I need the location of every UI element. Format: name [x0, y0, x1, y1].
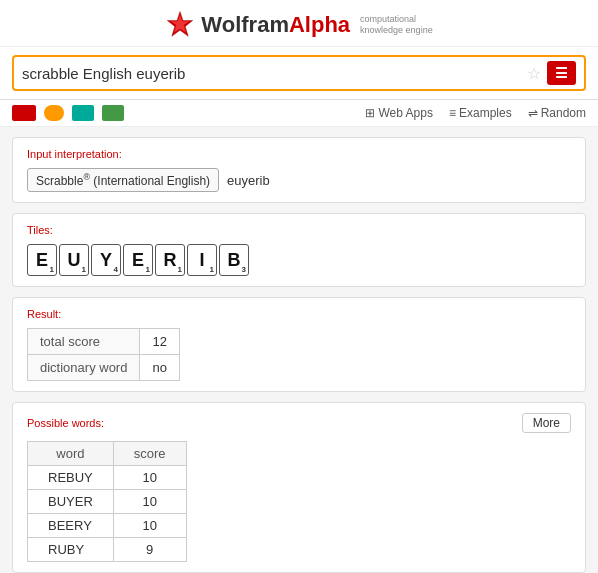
tile-I1: I1: [187, 244, 217, 276]
bookmark-icon[interactable]: ☆: [527, 64, 541, 83]
score-column-header: score: [113, 442, 186, 466]
toolbar-right: ⊞ Web Apps ≡ Examples ⇌ Random: [365, 106, 586, 120]
examples-icon: ≡: [449, 106, 456, 120]
random-icon: ⇌: [528, 106, 538, 120]
score-cell: 10: [113, 514, 186, 538]
word-column-header: word: [28, 442, 114, 466]
tile-B3: B3: [219, 244, 249, 276]
header: WolframAlpha computational knowledge eng…: [0, 0, 598, 47]
keyboard-icon[interactable]: [12, 105, 36, 121]
toolbar-left: [12, 105, 124, 121]
main-content: Input interpretation: Scrabble® (Interna…: [0, 127, 598, 573]
logo: WolframAlpha computational knowledge eng…: [165, 10, 432, 40]
list-item: RUBY 9: [28, 538, 187, 562]
score-cell: 9: [113, 538, 186, 562]
more-button[interactable]: More: [522, 413, 571, 433]
toolbar: ⊞ Web Apps ≡ Examples ⇌ Random: [0, 100, 598, 127]
result-label: Result:: [27, 308, 571, 320]
list-item: BEERY 10: [28, 514, 187, 538]
logo-wolfram: Wolfram: [201, 12, 289, 37]
possible-words-label: Possible words:: [27, 417, 104, 429]
word-cell: REBUY: [28, 466, 114, 490]
examples-label: Examples: [459, 106, 512, 120]
random-label: Random: [541, 106, 586, 120]
wolfram-star-icon: [165, 10, 195, 40]
tiles-label: Tiles:: [27, 224, 571, 236]
logo-alpha: Alpha: [289, 12, 350, 37]
share-icon[interactable]: [102, 105, 124, 121]
dictionary-word-value: no: [140, 355, 179, 381]
examples-link[interactable]: ≡ Examples: [449, 106, 512, 120]
table-row: total score 12: [28, 329, 180, 355]
result-section: Result: total score 12 dictionary word n…: [12, 297, 586, 392]
tiles-row: E1 U1 Y4 E1 R1 I1 B3: [27, 244, 571, 276]
logo-subtitle: computational knowledge engine: [360, 14, 433, 36]
interpreted-word: euyerib: [227, 173, 270, 188]
scrabble-badge: Scrabble® (International English): [27, 168, 219, 192]
web-apps-icon: ⊞: [365, 106, 375, 120]
tile-E2: E1: [123, 244, 153, 276]
search-bar-container: ☆ ☰: [0, 47, 598, 100]
input-interpretation-label: Input interpretation:: [27, 148, 571, 160]
tile-E1: E1: [27, 244, 57, 276]
search-bar: ☆ ☰: [12, 55, 586, 91]
list-item: REBUY 10: [28, 466, 187, 490]
logo-wordmark: WolframAlpha: [201, 12, 350, 38]
word-cell: BEERY: [28, 514, 114, 538]
list-item: BUYER 10: [28, 490, 187, 514]
camera-icon[interactable]: [44, 105, 64, 121]
possible-words-section: Possible words: More word score REBUY 10…: [12, 402, 586, 573]
go-icon: ☰: [555, 65, 568, 81]
total-score-key: total score: [28, 329, 140, 355]
word-cell: BUYER: [28, 490, 114, 514]
word-cell: RUBY: [28, 538, 114, 562]
web-apps-label: Web Apps: [378, 106, 432, 120]
total-score-value: 12: [140, 329, 179, 355]
result-table: total score 12 dictionary word no: [27, 328, 180, 381]
interpretation-row: Scrabble® (International English) euyeri…: [27, 168, 571, 192]
tile-U1: U1: [59, 244, 89, 276]
table-row: dictionary word no: [28, 355, 180, 381]
possible-words-header: Possible words: More: [27, 413, 571, 433]
web-apps-link[interactable]: ⊞ Web Apps: [365, 106, 432, 120]
search-go-button[interactable]: ☰: [547, 61, 576, 85]
tiles-section: Tiles: E1 U1 Y4 E1 R1 I1 B3: [12, 213, 586, 287]
grid-icon[interactable]: [72, 105, 94, 121]
input-interpretation-section: Input interpretation: Scrabble® (Interna…: [12, 137, 586, 203]
tile-Y4: Y4: [91, 244, 121, 276]
words-table: word score REBUY 10 BUYER 10 BEERY 10: [27, 441, 187, 562]
words-table-header-row: word score: [28, 442, 187, 466]
tile-R1: R1: [155, 244, 185, 276]
random-link[interactable]: ⇌ Random: [528, 106, 586, 120]
score-cell: 10: [113, 466, 186, 490]
search-input[interactable]: [22, 65, 521, 82]
dictionary-word-key: dictionary word: [28, 355, 140, 381]
score-cell: 10: [113, 490, 186, 514]
